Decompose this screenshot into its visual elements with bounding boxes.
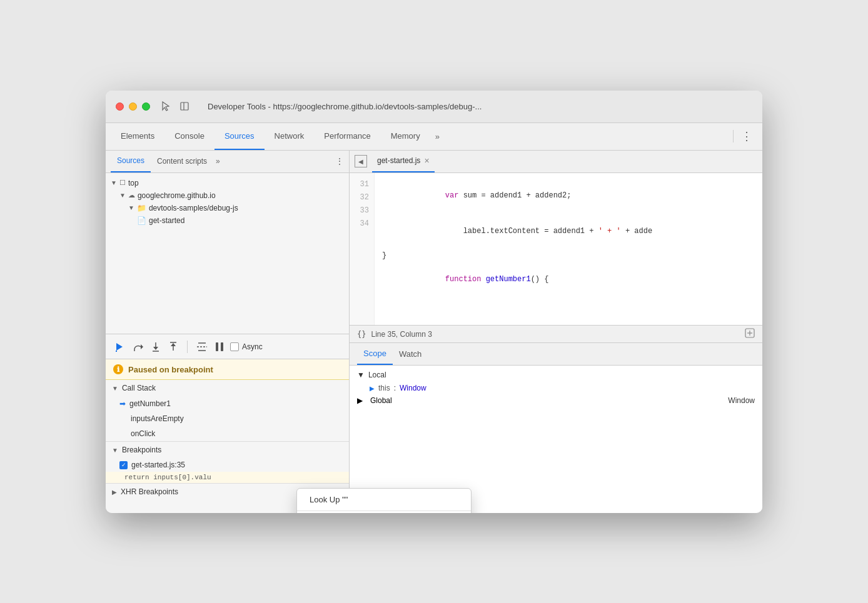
xhr-arrow: ▶ [112,489,117,496]
tree-item-domain[interactable]: ▼ ☁ googlechrome.github.io [106,189,349,202]
main-tab-bar: Elements Console Sources Network Perform… [106,123,762,151]
status-end-icon[interactable] [745,328,755,340]
menu-item-lookup[interactable]: Look Up "" [297,489,471,511]
cursor-icon[interactable] [160,101,171,112]
menu-item-restart[interactable]: Restart Frame [297,511,471,513]
svg-marker-2 [116,343,123,351]
call-stack-header[interactable]: ▼ Call Stack [106,380,349,396]
step-over-button[interactable] [131,341,144,353]
tab-performance[interactable]: Performance [314,123,380,150]
panel-tab-more[interactable]: » [213,157,223,166]
scope-tab-scope[interactable]: Scope [357,343,393,365]
svg-marker-10 [171,343,176,346]
tab-sources[interactable]: Sources [214,123,265,150]
minimize-button[interactable] [129,102,137,111]
call-stack-item-1[interactable]: inputsAreEmpty [106,411,349,426]
tab-console[interactable]: Console [164,123,214,150]
main-content: Sources Content scripts » ⋮ ▼ ☐ top ▼ ☁ [106,151,762,513]
tree-item-folder[interactable]: ▼ 📁 devtools-samples/debug-js [106,202,349,214]
info-icon: ℹ [113,364,123,374]
tab-separator [733,130,734,142]
line-num-32: 32 [350,191,374,204]
debug-toolbar: Async [106,334,349,359]
file-tree: ▼ ☐ top ▼ ☁ googlechrome.github.io ▼ 📁 d… [106,173,349,334]
breakpoint-notice: ℹ Paused on breakpoint [106,359,349,380]
line-num-33: 33 [350,204,374,217]
bp-label: ✓ get-started.js:35 [119,461,343,469]
panel-tab-content-scripts[interactable]: Content scripts [151,151,213,172]
line-num-34: 34 [350,217,374,231]
scope-tab-bar: Scope Watch [350,343,762,366]
tab-network[interactable]: Network [265,123,315,150]
folder-icon: 📁 [137,204,146,212]
resume-button[interactable] [113,341,126,353]
svg-rect-15 [216,342,218,351]
scope-tab-watch[interactable]: Watch [393,343,428,365]
async-checkbox[interactable] [230,342,239,351]
editor-nav-icon[interactable]: ◀ [355,155,367,167]
code-line-32: label.textContent = addend1 + ' + ' + ad… [382,214,755,250]
right-panel: ◀ get-started.js × 31 32 33 34 [350,151,762,513]
context-menu: Look Up "" Restart Frame Copy Stack Trac… [296,488,472,513]
panel-tab-options[interactable]: ⋮ [335,156,344,166]
tab-elements[interactable]: Elements [111,123,164,150]
window-title: Developer Tools - https://googlechrome.g… [208,102,482,111]
more-options-icon[interactable]: ⋮ [739,129,755,143]
devtools-window: Developer Tools - https://googlechrome.g… [106,91,762,513]
line-num-31: 31 [350,178,374,191]
tree-item-top[interactable]: ▼ ☐ top [106,177,349,189]
local-scope-header[interactable]: ▼ Local [357,371,755,379]
local-arrow: ▼ [357,371,365,379]
panel-tab-sources[interactable]: Sources [111,151,151,172]
editor-close-icon[interactable]: × [424,156,429,165]
tab-more-button[interactable]: » [430,123,445,150]
code-line-33: } [382,250,755,262]
title-bar: Developer Tools - https://googlechrome.g… [106,91,762,123]
global-arrow: ▶ [357,396,363,405]
code-lines: 31 32 33 34 var sum = addend1 + addend2;… [350,173,762,326]
left-panel: Sources Content scripts » ⋮ ▼ ☐ top ▼ ☁ [106,151,350,513]
deactivate-breakpoints-button[interactable] [195,341,209,352]
title-bar-icons [160,101,190,112]
editor-file-tab[interactable]: get-started.js × [372,151,435,172]
dock-icon[interactable] [179,101,190,112]
tab-memory[interactable]: Memory [381,123,430,150]
code-area: 31 32 33 34 var sum = addend1 + addend2;… [350,173,762,343]
scope-this-item[interactable]: ▶ this : Window [357,382,755,394]
format-icon[interactable]: {} [357,330,366,339]
panel-tab-bar: Sources Content scripts » ⋮ [106,151,349,173]
svg-rect-16 [221,342,223,351]
breakpoints-arrow: ▼ [112,447,118,454]
close-button[interactable] [116,102,124,111]
call-stack-item-0[interactable]: ➡ getNumber1 [106,396,349,411]
tree-arrow-top: ▼ [111,179,117,186]
editor-header: ◀ get-started.js × [350,151,762,173]
breakpoints-header[interactable]: ▼ Breakpoints [106,442,349,458]
traffic-lights [116,102,150,111]
cloud-icon: ☁ [128,191,135,199]
async-toggle[interactable]: Async [230,342,263,351]
call-stack-item-2[interactable]: onClick [106,426,349,441]
tree-arrow-folder: ▼ [128,204,134,211]
pause-button[interactable] [214,341,225,353]
breakpoints-section: ▼ Breakpoints ✓ get-started.js:35 return… [106,442,349,484]
maximize-button[interactable] [142,102,150,111]
active-frame-icon: ➡ [119,399,126,408]
code-line-31: var sum = addend1 + addend2; [382,178,755,214]
bp-code-preview: return inputs[0].valu [106,472,349,483]
code-line-34: function getNumber1() { [382,262,755,298]
breakpoint-item[interactable]: ✓ get-started.js:35 [106,458,349,472]
bp-checkbox[interactable]: ✓ [119,461,128,469]
step-into-button[interactable] [149,341,162,353]
call-stack-section: ▼ Call Stack ➡ getNumber1 inputsAreEmpty… [106,380,349,442]
code-content: var sum = addend1 + addend2; label.textC… [375,173,762,326]
toolbar-separator [187,341,188,353]
code-status-bar: {} Line 35, Column 3 [350,325,762,342]
scope-item-arrow: ▶ [370,385,375,392]
tree-item-file[interactable]: 📄 get-started [106,214,349,227]
tree-arrow-domain: ▼ [119,192,126,199]
svg-marker-7 [153,347,158,350]
step-out-button[interactable] [167,341,179,353]
global-scope-header[interactable]: ▶ Global Window [357,394,755,407]
file-icon: 📄 [137,216,146,225]
